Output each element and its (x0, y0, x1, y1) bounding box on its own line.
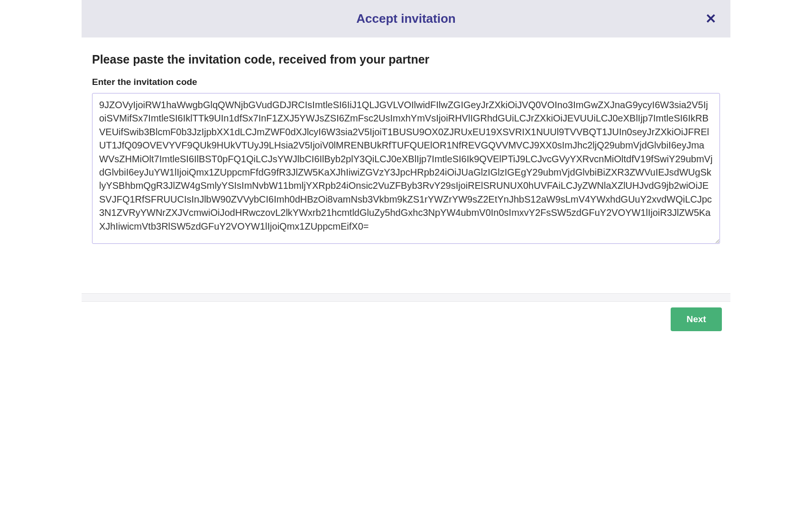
instruction-text: Please paste the invitation code, receiv… (92, 53, 720, 66)
close-icon: ✕ (705, 11, 716, 26)
accept-invitation-modal: Accept invitation ✕ Please paste the inv… (82, 0, 730, 337)
modal-body: Please paste the invitation code, receiv… (82, 37, 730, 255)
invitation-code-input[interactable] (92, 93, 720, 244)
separator-band (82, 293, 730, 302)
modal-header: Accept invitation ✕ (82, 0, 730, 37)
close-button[interactable]: ✕ (701, 10, 720, 28)
modal-footer: Next (82, 302, 730, 337)
modal-title: Accept invitation (356, 11, 455, 26)
next-button[interactable]: Next (671, 307, 722, 331)
invitation-code-label: Enter the invitation code (92, 77, 720, 87)
